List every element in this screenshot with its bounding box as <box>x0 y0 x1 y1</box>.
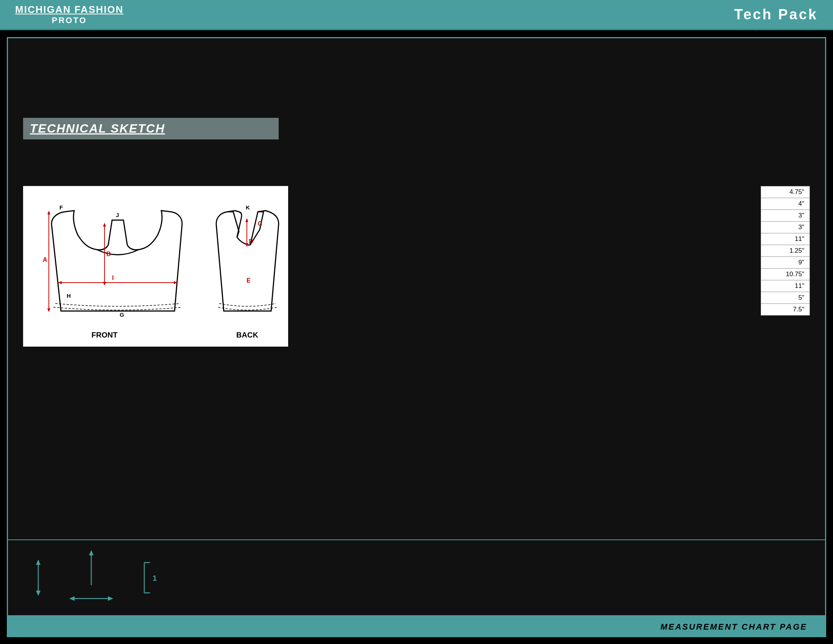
svg-text:D: D <box>249 238 253 245</box>
section-title: TECHNICAL SKETCH <box>30 122 165 135</box>
svg-marker-1 <box>47 211 50 214</box>
measurement-table: 4.75"4"3"3"11"1.25"9"10.75"11"5"7.5" <box>761 186 810 316</box>
measurement-row: 11" <box>761 280 809 292</box>
svg-text:B: B <box>106 251 111 257</box>
sketch-area: A B F J H G <box>23 186 288 347</box>
svg-marker-27 <box>89 550 93 555</box>
back-label: BACK <box>236 331 258 339</box>
measurement-row: 5" <box>761 292 809 304</box>
page-title: Tech Pack <box>734 6 818 23</box>
svg-marker-2 <box>47 308 50 312</box>
svg-marker-25 <box>36 591 40 596</box>
measurement-row: 7.5" <box>761 304 809 315</box>
measurement-row: 4" <box>761 198 809 210</box>
measurement-row: 4.75" <box>761 187 809 198</box>
svg-text:H: H <box>67 293 71 299</box>
top-section: TECHNICAL SKETCH <box>8 38 825 175</box>
measurement-row: 11" <box>761 233 809 245</box>
bracket-symbol: 1 <box>137 559 167 597</box>
svg-marker-30 <box>108 596 113 601</box>
header: Michigan Fashion Proto Tech Pack <box>0 0 833 30</box>
sketch-label-bar: TECHNICAL SKETCH <box>23 118 279 139</box>
footer-label: MEASUREMENT CHART PAGE <box>660 622 807 632</box>
svg-text:F: F <box>60 204 63 211</box>
middle-section: A B F J H G <box>8 175 825 539</box>
svg-text:J: J <box>116 212 119 218</box>
content-frame: TECHNICAL SKETCH <box>7 37 826 617</box>
measurement-row: 3" <box>761 210 809 222</box>
sketch-container: A B F J H G <box>23 182 288 532</box>
svg-text:K: K <box>246 204 250 211</box>
svg-text:E: E <box>246 277 251 284</box>
bottom-section: 1 <box>8 539 825 615</box>
svg-text:G: G <box>120 311 124 318</box>
svg-marker-24 <box>36 560 40 565</box>
brand-name: Michigan Fashion <box>15 4 124 16</box>
svg-marker-29 <box>69 596 75 601</box>
svg-marker-17 <box>245 218 248 222</box>
measurement-row: 9" <box>761 257 809 269</box>
vertical-arrow-symbol <box>31 559 46 597</box>
measurement-row: 1.25" <box>761 245 809 257</box>
svg-text:I: I <box>112 275 114 281</box>
garment-svg: A B F J H G <box>23 186 288 345</box>
svg-text:1: 1 <box>153 574 157 582</box>
brand-sub: Proto <box>15 16 124 26</box>
measurement-row: 10.75" <box>761 269 809 280</box>
front-label: FRONT <box>92 331 118 339</box>
main-wrapper: TECHNICAL SKETCH <box>0 30 833 644</box>
svg-marker-5 <box>103 223 106 227</box>
logo-area: Michigan Fashion Proto <box>15 4 124 26</box>
arrow-group <box>69 549 114 606</box>
svg-text:C: C <box>258 221 262 227</box>
svg-text:A: A <box>43 256 47 263</box>
footer: MEASUREMENT CHART PAGE <box>7 617 826 637</box>
measurement-row: 3" <box>761 222 809 233</box>
